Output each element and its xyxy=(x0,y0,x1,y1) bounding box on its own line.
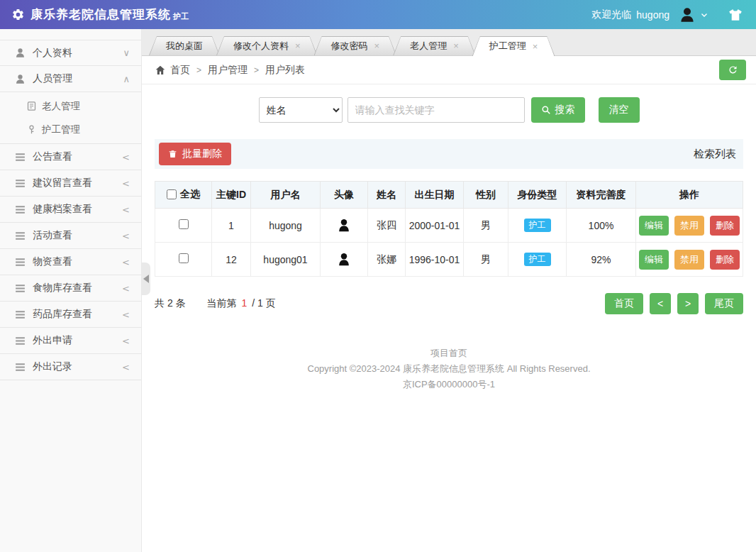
sidebar-item-food-inventory[interactable]: 食物库存查看 < xyxy=(0,275,141,302)
delete-button[interactable]: 删除 xyxy=(710,216,740,236)
pagination-total: 共 2 条 xyxy=(155,297,186,310)
welcome-text: 欢迎光临 xyxy=(591,9,631,21)
theme-tshirt-icon[interactable] xyxy=(728,7,743,23)
menu-icon xyxy=(14,335,26,347)
page-footer: 项目首页 Copyright ©2023-2024 康乐养老院信息管理系统 Al… xyxy=(155,346,743,392)
chevron-left-icon: < xyxy=(122,152,130,162)
top-header: 康乐养老院信息管理系统 护工 欢迎光临 hugong xyxy=(0,0,756,29)
body-layout: 个人资料 ∨ 人员管理 ∧ 老人管理 护工管理 公告查看 < 建议留言查看 xyxy=(0,29,756,552)
cell-username: hugong xyxy=(251,209,321,243)
role-badge: 护工 xyxy=(524,219,551,232)
sidebar-item-activities[interactable]: 活动查看 < xyxy=(0,223,141,249)
app-title: 康乐养老院信息管理系统 xyxy=(30,6,171,23)
sidebar-item-outing-application[interactable]: 外出申请 < xyxy=(0,328,141,354)
breadcrumb-home[interactable]: 首页 xyxy=(170,64,190,77)
header-gender: 性别 xyxy=(464,182,508,209)
chevron-up-icon: ∧ xyxy=(123,74,130,84)
disable-button[interactable]: 禁用 xyxy=(674,216,704,236)
sidebar-item-health-records[interactable]: 健康档案查看 < xyxy=(0,197,141,223)
sidebar-item-profile[interactable]: 个人资料 ∨ xyxy=(0,40,141,66)
sidebar-item-announcements[interactable]: 公告查看 < xyxy=(0,144,141,170)
last-page-button[interactable]: 尾页 xyxy=(705,293,743,314)
first-page-button[interactable]: 首页 xyxy=(605,293,643,314)
chevron-down-icon xyxy=(699,10,709,20)
search-input[interactable] xyxy=(348,97,525,123)
header-actions: 操作 xyxy=(636,182,743,209)
table-toolbar: 批量删除 检索列表 xyxy=(155,139,743,169)
sidebar-item-caregiver-mgmt[interactable]: 护工管理 xyxy=(0,118,141,141)
batch-delete-button[interactable]: 批量删除 xyxy=(159,143,231,165)
chevron-down-icon: ∨ xyxy=(123,48,130,58)
breadcrumb: 首页 > 用户管理 > 用户列表 xyxy=(142,56,756,84)
chevron-left-icon: < xyxy=(122,283,130,294)
chevron-left-icon: < xyxy=(122,336,130,346)
sidebar-item-personnel[interactable]: 人员管理 ∧ xyxy=(0,66,141,92)
refresh-icon xyxy=(728,65,738,75)
avatar-icon xyxy=(336,251,352,268)
sidebar-item-suggestions[interactable]: 建议留言查看 < xyxy=(0,170,141,197)
trash-icon xyxy=(168,149,177,159)
breadcrumb-user-list[interactable]: 用户列表 xyxy=(265,64,305,77)
disable-button[interactable]: 禁用 xyxy=(674,250,704,270)
sidebar-item-label: 活动查看 xyxy=(33,229,72,242)
cell-id: 1 xyxy=(212,209,251,243)
close-icon[interactable]: × xyxy=(533,42,538,51)
table-row: 1 hugong 张四 2000-01-01 男 护工 100% 编辑 禁用 xyxy=(155,209,743,243)
sidebar-item-label: 人员管理 xyxy=(33,72,72,85)
select-all-checkbox[interactable] xyxy=(167,189,177,199)
header-user-area: 欢迎光临 hugong xyxy=(591,6,743,24)
sidebar-item-supplies[interactable]: 物资查看 < xyxy=(0,249,141,275)
sidebar-item-elder-mgmt[interactable]: 老人管理 xyxy=(0,94,141,118)
edit-button[interactable]: 编辑 xyxy=(639,250,669,270)
main-area: 我的桌面 修改个人资料 × 修改密码 × 老人管理 × 护工管理 × xyxy=(142,29,756,552)
avatar-icon xyxy=(678,6,696,24)
footer-copyright: Copyright ©2023-2024 康乐养老院信息管理系统 All Rig… xyxy=(155,361,743,377)
home-icon xyxy=(155,65,166,76)
chevron-left-icon: < xyxy=(122,204,130,215)
menu-icon xyxy=(14,151,26,163)
breadcrumb-separator: > xyxy=(196,65,201,75)
current-page-number: 1 xyxy=(241,297,247,309)
sidebar-item-outing-records[interactable]: 外出记录 < xyxy=(0,354,141,380)
close-icon[interactable]: × xyxy=(374,41,380,50)
clear-button[interactable]: 清空 xyxy=(599,97,640,123)
edit-button[interactable]: 编辑 xyxy=(639,216,669,236)
cell-username: hugong01 xyxy=(251,243,321,277)
app-subtitle: 护工 xyxy=(173,11,189,22)
user-menu[interactable] xyxy=(678,6,709,24)
footer-home-link[interactable]: 项目首页 xyxy=(155,346,743,361)
row-checkbox[interactable] xyxy=(179,219,189,229)
next-page-button[interactable]: > xyxy=(677,293,699,314)
list-title: 检索列表 xyxy=(694,148,736,161)
gear-icon xyxy=(11,8,25,21)
close-icon[interactable]: × xyxy=(295,41,301,50)
user-table: 全选 主键ID 用户名 头像 姓名 出生日期 性别 身份类型 资料完善度 操作 xyxy=(155,181,743,277)
header-role: 身份类型 xyxy=(508,182,567,209)
prev-page-button[interactable]: < xyxy=(650,293,671,314)
tab-change-password[interactable]: 修改密码 × xyxy=(314,36,397,55)
search-field-select[interactable]: 姓名 xyxy=(259,97,343,123)
cell-role: 护工 xyxy=(508,243,567,277)
cell-id: 12 xyxy=(212,243,251,277)
search-button[interactable]: 搜索 xyxy=(531,97,585,123)
sidebar-item-label: 物资查看 xyxy=(33,255,72,268)
cell-gender: 男 xyxy=(464,209,508,243)
breadcrumb-user-mgmt[interactable]: 用户管理 xyxy=(208,64,248,77)
tab-edit-profile[interactable]: 修改个人资料 × xyxy=(216,36,318,55)
tab-elder-mgmt[interactable]: 老人管理 × xyxy=(393,36,476,55)
delete-button[interactable]: 删除 xyxy=(710,250,740,270)
tab-my-desktop[interactable]: 我的桌面 xyxy=(149,36,220,55)
sidebar-item-medicine-inventory[interactable]: 药品库存查看 < xyxy=(0,302,141,328)
user-icon xyxy=(14,73,26,85)
header-id: 主键ID xyxy=(212,182,251,209)
tab-bar: 我的桌面 修改个人资料 × 修改密码 × 老人管理 × 护工管理 × xyxy=(142,29,756,56)
row-checkbox[interactable] xyxy=(179,253,189,263)
search-icon xyxy=(541,105,551,115)
role-badge: 护工 xyxy=(524,253,551,266)
sidebar-collapse-handle[interactable] xyxy=(142,263,150,295)
cell-select xyxy=(155,243,212,277)
refresh-button[interactable] xyxy=(719,60,746,80)
tab-caregiver-mgmt[interactable]: 护工管理 × xyxy=(472,36,555,56)
close-icon[interactable]: × xyxy=(453,41,459,50)
sidebar: 个人资料 ∨ 人员管理 ∧ 老人管理 护工管理 公告查看 < 建议留言查看 xyxy=(0,29,142,552)
